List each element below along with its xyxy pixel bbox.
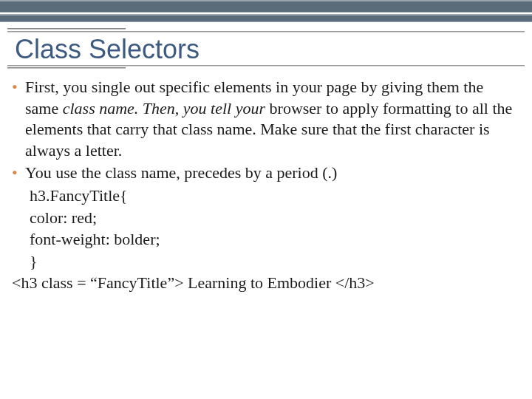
code-line: }: [30, 251, 520, 273]
bullet-icon: •: [12, 77, 25, 161]
bullet-icon: •: [12, 163, 25, 184]
slide-title: Class Selectors: [15, 34, 532, 65]
bullet-text: You use the class name, precedes by a pe…: [25, 163, 520, 184]
bullet-text: First, you single out specific elements …: [25, 77, 520, 161]
html-example-line: <h3 class = “FancyTitle”> Learning to Em…: [12, 273, 520, 294]
decor-underlines: [0, 28, 532, 31]
code-line: h3.FancyTitle{: [30, 185, 520, 207]
code-line: font-weight: bolder;: [30, 229, 520, 250]
code-line: color: red;: [30, 208, 520, 229]
list-item: • You use the class name, precedes by a …: [12, 163, 520, 184]
slide-body: • First, you single out specific element…: [0, 72, 532, 294]
list-item: • First, you single out specific element…: [12, 77, 520, 161]
decor-underlines-2: [0, 65, 532, 68]
decor-band-bottom: [0, 14, 532, 22]
code-block: h3.FancyTitle{ color: red; font-weight: …: [30, 185, 520, 272]
decor-band-top: [0, 0, 532, 13]
